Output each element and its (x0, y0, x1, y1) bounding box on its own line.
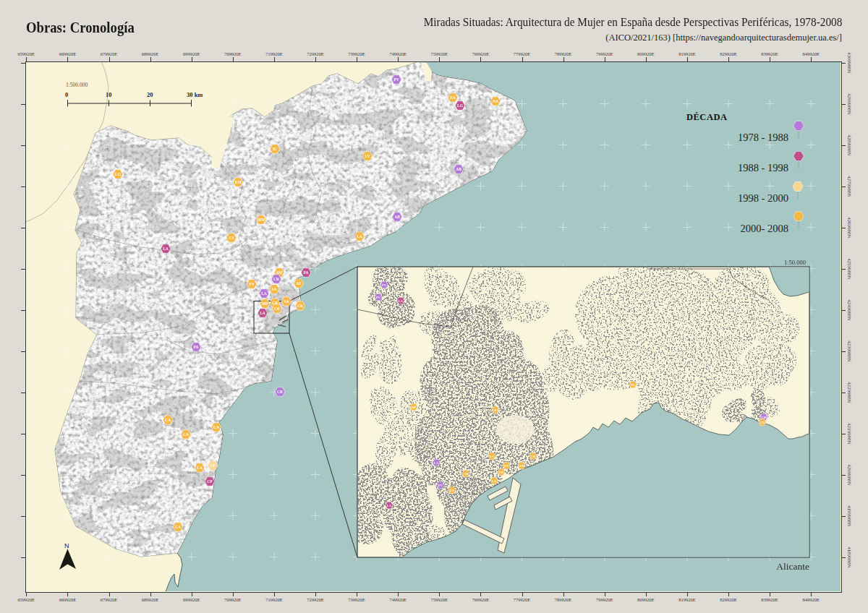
svg-text:LG: LG (457, 103, 464, 108)
svg-text:1978 - 1988: 1978 - 1988 (738, 132, 788, 143)
svg-text:CR: CR (760, 421, 765, 424)
svg-text:IC: IC (273, 147, 277, 151)
svg-text:PV: PV (438, 484, 443, 487)
svg-text:CR: CR (297, 304, 304, 308)
svg-text:1998 - 2000: 1998 - 2000 (738, 192, 788, 204)
svg-text:2000- 2008: 2000- 2008 (741, 223, 788, 234)
svg-text:N: N (64, 542, 69, 549)
svg-text:MM: MM (258, 218, 265, 222)
svg-text:LG: LG (115, 172, 122, 176)
svg-text:Alicante: Alicante (776, 561, 809, 572)
svg-text:CA: CA (183, 432, 189, 437)
svg-text:30 km: 30 km (187, 91, 203, 98)
svg-text:LA: LA (387, 504, 392, 507)
svg-text:CR: CR (273, 277, 280, 281)
svg-text:AB: AB (456, 167, 461, 171)
svg-text:CA: CA (213, 425, 219, 429)
svg-text:PA: PA (304, 270, 309, 275)
svg-text:CA: CA (197, 466, 203, 470)
svg-text:CP: CP (207, 479, 213, 484)
svg-text:1:50.000: 1:50.000 (784, 259, 806, 266)
svg-text:EA: EA (450, 489, 455, 492)
svg-text:CPM: CPM (518, 464, 526, 468)
svg-text:MP: MP (262, 301, 268, 306)
svg-text:LA: LA (163, 247, 169, 251)
svg-text:NG: NG (631, 383, 636, 387)
svg-text:SA: SA (271, 287, 276, 291)
svg-text:CR: CR (499, 471, 504, 474)
svg-text:SM: SM (276, 270, 283, 275)
svg-text:LA: LA (260, 311, 265, 315)
svg-text:MP: MP (412, 406, 417, 409)
svg-text:1:500.000: 1:500.000 (66, 82, 88, 88)
svg-text:PV: PV (393, 77, 399, 82)
svg-text:EA: EA (450, 95, 456, 100)
svg-text:CS: CS (229, 236, 234, 240)
svg-text:10: 10 (106, 91, 112, 98)
svg-text:AB: AB (394, 215, 400, 219)
svg-text:LA: LA (261, 291, 267, 296)
svg-text:EV: EV (504, 464, 509, 468)
svg-text:PV: PV (382, 283, 387, 287)
svg-text:RM: RM (234, 180, 242, 184)
svg-text:DÉCADA: DÉCADA (686, 112, 727, 122)
svg-text:EA: EA (490, 455, 495, 458)
svg-text:1988 - 1998: 1988 - 1998 (738, 162, 788, 173)
svg-text:CR: CR (277, 390, 284, 394)
svg-text:CPA: CPA (493, 408, 500, 412)
svg-text:EV: EV (249, 282, 255, 286)
svg-text:LA: LA (434, 461, 439, 465)
svg-text:LA: LA (357, 234, 362, 239)
svg-text:CA: CA (175, 525, 181, 529)
svg-text:PV: PV (376, 296, 381, 299)
svg-text:LA: LA (492, 479, 497, 483)
svg-text:CF: CF (210, 463, 216, 468)
svg-text:CR: CR (464, 472, 469, 476)
svg-text:LA: LA (399, 299, 404, 303)
svg-text:CR: CR (531, 455, 536, 458)
svg-text:LV: LV (365, 154, 370, 158)
svg-text:SA: SA (284, 299, 289, 304)
svg-text:CA: CA (165, 418, 171, 422)
svg-text:20: 20 (147, 91, 153, 98)
svg-text:NA: NA (493, 99, 498, 103)
svg-text:AF: AF (296, 281, 302, 286)
svg-text:PA: PA (194, 345, 199, 349)
svg-text:CR: CR (274, 306, 281, 311)
svg-text:0: 0 (65, 91, 68, 98)
